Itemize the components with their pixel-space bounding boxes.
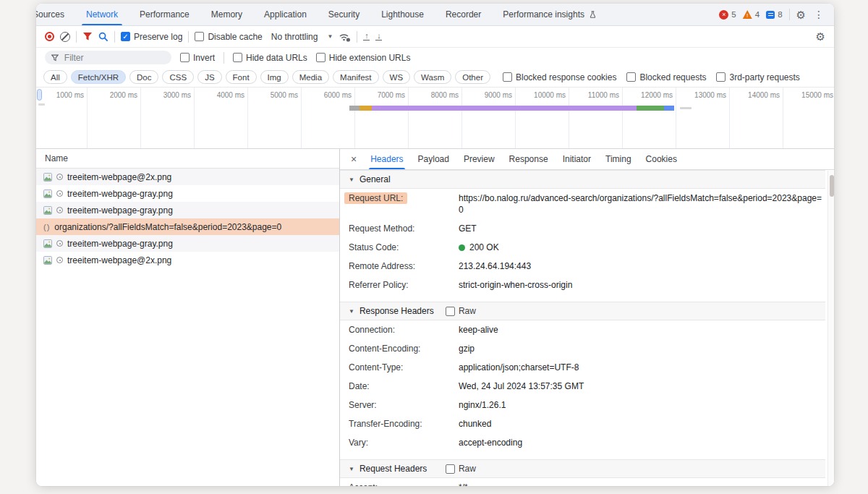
details-tab-initiator[interactable]: Initiator [556, 149, 598, 169]
hide-data-urls-checkbox[interactable] [233, 53, 242, 62]
tab-performance-insights[interactable]: Performance insights [492, 4, 608, 25]
section-header-response-headers[interactable]: ▼Response HeadersRaw [340, 302, 825, 320]
issues-badge[interactable]: 8 [766, 10, 782, 19]
header-key: Remote Address: [349, 260, 459, 272]
tab-application[interactable]: Application [253, 4, 318, 25]
details-tab-payload[interactable]: Payload [411, 149, 456, 169]
clear-requests-button[interactable] [60, 32, 70, 42]
hide-extension-urls-toggle[interactable]: Hide extension URLs [316, 53, 411, 63]
details-tab-cookies[interactable]: Cookies [639, 149, 684, 169]
close-details-icon[interactable]: × [344, 149, 363, 169]
network-settings-gear-icon[interactable]: ⚙ [816, 31, 825, 42]
network-overview-timeline[interactable]: 1000 ms2000 ms3000 ms4000 ms5000 ms6000 … [36, 88, 834, 148]
raw-checkbox[interactable] [446, 307, 455, 316]
preserve-log-checkbox[interactable]: ✓ [121, 32, 130, 41]
chip-img[interactable]: Img [260, 70, 289, 84]
header-row: Accept:*/* [340, 478, 825, 486]
import-har-icon[interactable]: ↑ [363, 33, 370, 41]
chip-fetch-xhr[interactable]: Fetch/XHR [71, 70, 126, 84]
raw-toggle[interactable]: Raw [446, 464, 476, 474]
error-icon: × [719, 10, 728, 20]
header-key-text: Vary: [349, 438, 368, 448]
tab-sources[interactable]: Sources [36, 4, 75, 25]
chip-wasm[interactable]: Wasm [414, 70, 451, 84]
raw-label: Raw [459, 306, 476, 316]
throttling-select[interactable]: No throttling ▼ [271, 32, 333, 42]
request-row[interactable]: ()organizations/?allFieldsMatch=false&pe… [36, 218, 339, 235]
filter-funnel-icon[interactable] [82, 32, 93, 41]
blocked-requests-checkbox[interactable] [626, 72, 636, 82]
tab-network[interactable]: Network [75, 4, 129, 25]
header-key: Content-Type: [349, 362, 459, 373]
chip-manifest[interactable]: Manifest [333, 70, 378, 84]
header-value: chunked [459, 418, 491, 430]
chip-doc[interactable]: Doc [129, 70, 158, 84]
blocked-response-cookies-toggle[interactable]: Blocked response cookies [503, 72, 616, 82]
header-row: Content-Encoding:gzip [340, 339, 825, 358]
3rd-party-requests-toggle[interactable]: 3rd-party requests [716, 72, 799, 82]
request-row[interactable]: treeitem-webpage-gray.png [36, 235, 339, 252]
search-icon[interactable] [98, 32, 109, 42]
header-key-text: Transfer-Encoding: [349, 419, 422, 429]
chip-all[interactable]: All [43, 70, 67, 84]
chip-font[interactable]: Font [226, 70, 257, 84]
details-tab-response[interactable]: Response [502, 149, 556, 169]
settings-gear-icon[interactable]: ⚙ [796, 9, 806, 20]
preserve-log-toggle[interactable]: ✓ Preserve log [121, 32, 182, 42]
filter-input-pill[interactable] [45, 51, 171, 64]
header-row: Referrer Policy:strict-origin-when-cross… [340, 276, 825, 294]
blocked-response-cookies-checkbox[interactable] [503, 72, 512, 82]
blocked-requests-toggle[interactable]: Blocked requests [626, 72, 706, 82]
chip-css[interactable]: CSS [162, 70, 194, 84]
invert-checkbox[interactable] [180, 53, 190, 62]
network-conditions-icon[interactable] [339, 32, 351, 42]
scrollbar-thumb[interactable] [830, 175, 834, 197]
section-title: Request Headers [359, 464, 441, 474]
hide-data-urls-toggle[interactable]: Hide data URLs [233, 53, 307, 63]
tab-label: Application [264, 9, 307, 20]
tab-memory[interactable]: Memory [200, 4, 253, 25]
request-row[interactable]: treeitem-webpage-gray.png [36, 202, 339, 218]
section-header-general[interactable]: ▼General [340, 170, 825, 189]
chip-ws[interactable]: WS [383, 70, 411, 84]
raw-checkbox[interactable] [446, 464, 455, 474]
section-header-request-headers[interactable]: ▼Request HeadersRaw [340, 459, 825, 478]
blocked-requests-label: Blocked requests [639, 72, 706, 82]
divider [188, 31, 189, 43]
request-row[interactable]: treeitem-webpage-gray.png [36, 185, 339, 202]
request-row[interactable]: treeitem-webpage@2x.png [36, 169, 339, 185]
timeline-tick-label: 13000 ms [676, 91, 726, 99]
name-column-header[interactable]: Name [36, 149, 339, 169]
chip-media[interactable]: Media [292, 70, 329, 84]
invert-toggle[interactable]: Invert [180, 53, 215, 63]
tab-lighthouse[interactable]: Lighthouse [370, 4, 435, 25]
hide-extension-urls-checkbox[interactable] [316, 53, 326, 62]
details-tab-timing[interactable]: Timing [598, 149, 639, 169]
disable-cache-toggle[interactable]: Disable cache [195, 32, 262, 42]
request-row[interactable]: treeitem-webpage@2x.png [36, 252, 339, 268]
header-key: Request Method: [349, 223, 459, 234]
tab-recorder[interactable]: Recorder [435, 4, 492, 25]
bar [363, 40, 370, 41]
tab-performance[interactable]: Performance [129, 4, 200, 25]
tab-security[interactable]: Security [318, 4, 370, 25]
blocked-response-cookies-label: Blocked response cookies [516, 72, 616, 82]
console-errors-badge[interactable]: × 5 [719, 10, 736, 20]
filter-input[interactable] [63, 52, 165, 64]
record-button[interactable] [45, 32, 54, 41]
tab-label: Recorder [446, 9, 481, 20]
tab-label: Network [86, 9, 118, 20]
divider [114, 31, 115, 43]
export-har-icon[interactable]: ↓ [375, 33, 382, 41]
chip-other[interactable]: Other [455, 70, 490, 84]
details-tab-preview[interactable]: Preview [456, 149, 502, 169]
header-key-text: Request URL: [344, 192, 407, 204]
details-scrollbar[interactable] [827, 171, 834, 486]
more-menu-icon[interactable]: ⋮ [812, 9, 825, 20]
chip-js[interactable]: JS [197, 70, 221, 84]
details-tab-headers[interactable]: Headers [363, 149, 410, 169]
disable-cache-checkbox[interactable] [195, 32, 204, 41]
3rd-party-requests-checkbox[interactable] [716, 72, 726, 82]
console-warnings-badge[interactable]: ! 4 [743, 10, 760, 19]
raw-toggle[interactable]: Raw [446, 306, 476, 316]
